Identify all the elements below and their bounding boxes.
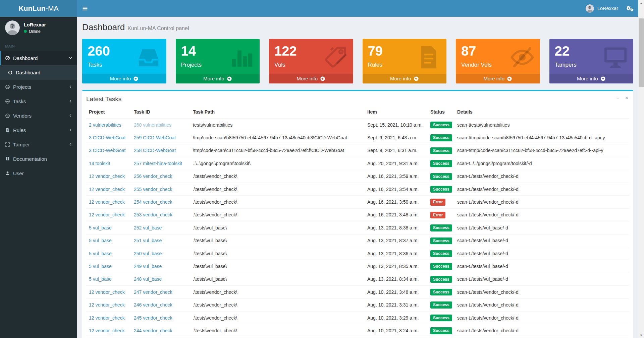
task-id-link[interactable]: 256 vendor_check: [134, 174, 172, 179]
task-row: 3 CICD-WebGoat259 CICD-WebGoat\tmp\code-…: [86, 131, 629, 144]
arrow-circle-right-icon: [320, 76, 325, 81]
top-navbar: ? LoRexxar: [77, 0, 638, 17]
sidebar-item-tamper[interactable]: Tamper: [0, 137, 77, 152]
task-details: scan-t./tests/vendor_check/-d: [454, 311, 629, 324]
task-id-link[interactable]: 245 vendor_check: [134, 315, 172, 321]
more-info-link[interactable]: More info: [456, 74, 540, 83]
brand-rest: -MA: [46, 4, 59, 12]
project-link[interactable]: 5 vul_base: [89, 276, 112, 282]
circle-o-icon: [8, 70, 13, 75]
more-info-link[interactable]: More info: [269, 74, 353, 83]
sidebar-item-rules[interactable]: Rules: [0, 123, 77, 137]
project-link[interactable]: 12 vendor_check: [89, 187, 125, 192]
more-info-link[interactable]: More info: [363, 74, 447, 83]
settings-button[interactable]: [623, 0, 638, 17]
main-area: ? LoRexxar DashboardKunLun-MA Control pa…: [77, 0, 638, 338]
column-header-project: Project: [86, 106, 131, 118]
file-text-icon: [5, 128, 10, 133]
project-link[interactable]: 12 vendor_check: [89, 174, 125, 179]
task-row: 5 vul_base250 vul_base.\tests\vul_base\A…: [86, 247, 629, 260]
sidebar-item-user[interactable]: User: [0, 166, 77, 181]
task-details: scan-t./tests/vendor_check/-d: [454, 196, 629, 208]
arrow-circle-right-icon: [507, 76, 512, 81]
task-item: Aug. 10, 2021, 3:31 a.m.: [365, 298, 428, 311]
task-row: 12 vendor_check246 vendor_check.\tests\v…: [86, 298, 629, 311]
sidebar-menu: DashboardDashboardProjectsTasksVendorsRu…: [0, 51, 77, 181]
project-link[interactable]: 5 vul_base: [89, 238, 112, 243]
task-item: Aug. 13, 2021, 8:34 a.m.: [365, 273, 428, 285]
cogs-icon: [626, 5, 634, 12]
content: DashboardKunLun-MA Control panel 260Task…: [77, 17, 638, 338]
sidebar-item-documentation[interactable]: Documentation: [0, 152, 77, 166]
more-info-link[interactable]: More info: [549, 74, 634, 83]
column-header-item: Item: [365, 106, 428, 118]
task-id-link[interactable]: 260 vulnerabilities: [134, 122, 171, 128]
more-info-link[interactable]: More info: [82, 74, 166, 83]
project-link[interactable]: 12 vendor_check: [89, 328, 125, 333]
task-item: Aug. 10, 2021, 3:29 a.m.: [365, 311, 428, 324]
box-title: Latest Tasks: [86, 95, 121, 103]
bars-icon: [82, 6, 88, 11]
sidebar-item-label: Tasks: [13, 98, 26, 104]
task-item: Sept. 9, 2021, 6:43 a.m.: [365, 131, 428, 144]
sidebar-item-vendors[interactable]: Vendors: [0, 109, 77, 123]
sidebar-item-tasks[interactable]: Tasks: [0, 94, 77, 109]
eye-slash-icon: [509, 44, 535, 70]
task-path: .\tests\vendor_check\: [190, 324, 365, 337]
task-id-link[interactable]: 246 vendor_check: [134, 302, 172, 308]
task-id-link[interactable]: 250 vul_base: [134, 251, 162, 256]
close-icon[interactable]: ✕: [624, 95, 629, 101]
task-id-link[interactable]: 259 CICD-WebGoat: [134, 135, 176, 140]
task-id-link[interactable]: 258 CICD-WebGoat: [134, 148, 176, 153]
scroll-down-icon[interactable]: ▼: [638, 332, 644, 338]
project-link[interactable]: 5 vul_base: [89, 251, 112, 256]
chevron-left-icon: [68, 142, 72, 146]
task-id-link[interactable]: 254 vendor_check: [134, 199, 172, 205]
project-link[interactable]: 3 CICD-WebGoat: [89, 148, 125, 153]
project-link[interactable]: 12 vendor_check: [89, 212, 125, 217]
scroll-up-icon[interactable]: ▲: [638, 0, 644, 6]
project-link[interactable]: 12 vendor_check: [89, 199, 125, 205]
project-link[interactable]: 3 CICD-WebGoat: [89, 135, 125, 140]
sidebar-subitem-dashboard[interactable]: Dashboard: [0, 67, 77, 78]
project-link[interactable]: 5 vul_base: [89, 264, 112, 269]
status-badge: Success: [430, 327, 452, 334]
circle-wave-icon: [5, 99, 10, 104]
task-id-link[interactable]: 255 vendor_check: [134, 187, 172, 192]
sidebar-item-projects[interactable]: Projects: [0, 80, 77, 94]
task-item: Aug. 20, 2021, 9:31 a.m.: [365, 157, 428, 170]
project-link[interactable]: 2 vulnerabilities: [89, 122, 121, 128]
project-link[interactable]: 14 toolskit: [89, 161, 110, 166]
collapse-icon[interactable]: −: [616, 95, 620, 101]
scrollbar-thumb[interactable]: [639, 18, 644, 87]
status-badge: Error: [430, 199, 445, 205]
task-id-link[interactable]: 253 vendor_check: [134, 212, 172, 217]
brand-logo[interactable]: KunLun-MA: [0, 0, 77, 17]
column-header-task-path: Task Path: [190, 106, 365, 118]
task-id-link[interactable]: 251 vul_base: [134, 238, 162, 243]
task-id-link[interactable]: 249 vul_base: [134, 264, 162, 269]
tags-icon: [322, 44, 348, 70]
project-link[interactable]: 12 vendor_check: [89, 289, 125, 295]
sidebar-toggle-button[interactable]: [77, 0, 93, 17]
task-item: Aug. 13, 2021, 8:35 a.m.: [365, 260, 428, 273]
task-details: scan-t./tests/vendor_check/-d: [454, 324, 629, 337]
sidebar-item-label: Rules: [13, 127, 26, 133]
task-id-link[interactable]: 252 vul_base: [134, 225, 162, 230]
more-info-link[interactable]: More info: [176, 74, 260, 83]
project-link[interactable]: 12 vendor_check: [89, 315, 125, 321]
task-id-link[interactable]: 257 mitest-hina-toolskit: [134, 161, 182, 166]
task-id-link[interactable]: 248 vul_base: [134, 276, 162, 282]
task-id-link[interactable]: 244 vendor_check: [134, 328, 172, 333]
sidebar-item-dashboard[interactable]: Dashboard: [0, 51, 77, 65]
navbar-user-menu[interactable]: ? LoRexxar: [581, 0, 623, 17]
brand-bold: KunLun: [18, 4, 46, 12]
task-row: 12 vendor_check254 vendor_check.\tests\v…: [86, 196, 629, 208]
sidebar-user-status[interactable]: Online: [24, 29, 46, 34]
project-link[interactable]: 5 vul_base: [89, 225, 112, 230]
task-row: 2 vulnerabilities260 vulnerabilitiestest…: [86, 118, 629, 131]
project-link[interactable]: 12 vendor_check: [89, 302, 125, 308]
sidebar-item-label: Dashboard: [13, 55, 38, 61]
task-item: Sept. 15, 2021, 10:10 a.m.: [365, 118, 428, 131]
task-id-link[interactable]: 247 vendor_check: [134, 289, 172, 295]
